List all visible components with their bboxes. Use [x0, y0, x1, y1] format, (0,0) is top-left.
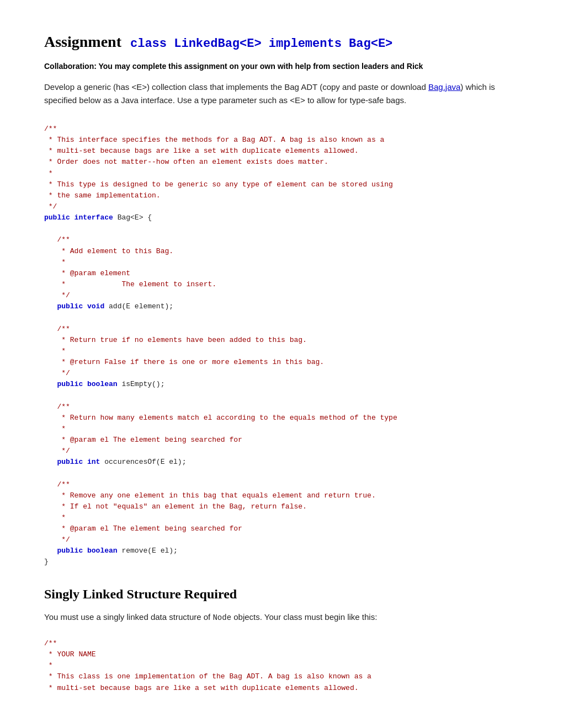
code-line: *	[44, 512, 519, 523]
code-line: * If el not "equals" an element in the B…	[44, 501, 519, 512]
code-line: * Return how many elements match el acco…	[44, 413, 519, 424]
code-line: * Add element to this Bag.	[44, 246, 519, 257]
code-line: public int occurencesOf(E el);	[44, 457, 519, 468]
code-line: /**	[44, 124, 519, 135]
code-line: /**	[44, 402, 519, 413]
section2-title: Singly Linked Structure Required	[44, 587, 519, 602]
page-title: Assignment	[44, 33, 121, 51]
code-line	[44, 312, 519, 323]
section2-text-after: objects. Your class must begin like this…	[231, 612, 377, 622]
code-line: * Remove any one element in this bag tha…	[44, 490, 519, 501]
code-line: *	[44, 257, 519, 268]
page-code-title: class LinkedBag<E> implements Bag<E>	[130, 37, 392, 51]
code-line: */	[44, 534, 519, 545]
code-line: public void add(E element);	[44, 301, 519, 312]
code-line: * This class is one implementation of th…	[44, 671, 519, 682]
code-line: *	[44, 168, 519, 179]
bag-java-link[interactable]: Bag.java	[428, 82, 460, 92]
code-line: public boolean isEmpty();	[44, 379, 519, 390]
code-line: * the same implementation.	[44, 190, 519, 201]
code-block-1: /** * This interface specifies the metho…	[44, 118, 519, 574]
code-line: * YOUR NAME	[44, 649, 519, 660]
code-line: *	[44, 660, 519, 671]
code-line: * Order does not matter--how often an el…	[44, 157, 519, 168]
code-line: * This type is designed to be generic so…	[44, 179, 519, 190]
code-line: */	[44, 446, 519, 457]
section2-description: You must use a singly linked data struct…	[44, 611, 519, 624]
code-line: * multi-set because bags are like a set …	[44, 683, 519, 694]
code-line: /**	[44, 638, 519, 649]
code-line	[44, 390, 519, 401]
code-line: * This interface specifies the methods f…	[44, 135, 519, 146]
code-line: *	[44, 424, 519, 435]
code-line: */	[44, 290, 519, 301]
code-line: */	[44, 201, 519, 212]
code-line: * multi-set because bags are like a set …	[44, 146, 519, 157]
code-line: /**	[44, 479, 519, 490]
code-line: * @param el The element being searched f…	[44, 435, 519, 446]
code-line: * @param element	[44, 268, 519, 279]
code-line: * The element to insert.	[44, 279, 519, 290]
description-text-before: Develop a generic (has <E>) collection c…	[44, 82, 428, 92]
code-line: /**	[44, 324, 519, 335]
code-line: */	[44, 368, 519, 379]
code-line: *	[44, 346, 519, 357]
page-header: Assignment class LinkedBag<E> implements…	[44, 33, 519, 51]
code-line: * @param el The element being searched f…	[44, 523, 519, 534]
code-line: }	[44, 556, 519, 568]
collaboration-note: Collaboration: You may complete this ass…	[44, 62, 519, 71]
title-row: Assignment class LinkedBag<E> implements…	[44, 33, 519, 51]
section2-inline-code: Node	[213, 613, 231, 622]
code-line: * @return False if there is one or more …	[44, 357, 519, 368]
code-line: public boolean remove(E el);	[44, 545, 519, 556]
code-block-2: /** * YOUR NAME * * This class is one im…	[44, 633, 519, 699]
code-line: public interface Bag<E> {	[44, 212, 519, 223]
code-line	[44, 468, 519, 479]
code-line: * Return true if no elements have been a…	[44, 335, 519, 346]
code-line: /**	[44, 234, 519, 245]
code-line	[44, 223, 519, 234]
description-paragraph: Develop a generic (has <E>) collection c…	[44, 81, 519, 107]
section2-text-before: You must use a singly linked data struct…	[44, 612, 213, 622]
